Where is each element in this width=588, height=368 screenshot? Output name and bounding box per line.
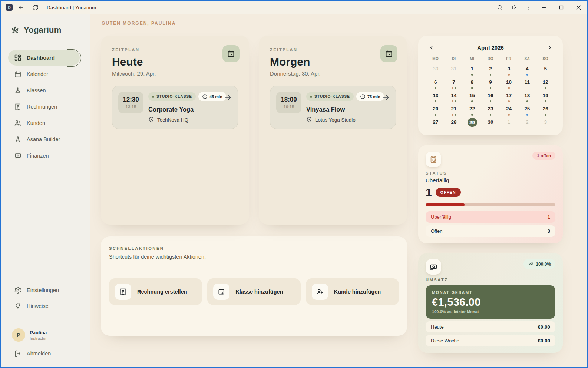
calendar-day[interactable]: 19 xyxy=(536,91,555,103)
calendar-day[interactable]: 2 xyxy=(518,118,536,130)
calendar-day[interactable]: 17 xyxy=(500,91,518,103)
status-row-offen[interactable]: Offen3 xyxy=(426,225,555,237)
calendar-day[interactable]: 27 xyxy=(426,118,445,130)
sidebar-item-kunden[interactable]: Kunden xyxy=(8,115,83,131)
logout-label: Abmelden xyxy=(27,351,51,357)
refresh-icon xyxy=(32,4,39,11)
calendar-day[interactable]: 11 xyxy=(518,78,536,90)
calendar-prev-button[interactable] xyxy=(427,43,436,52)
calendar-day[interactable]: 7 xyxy=(445,78,463,90)
quick-actions-subtitle: Shortcuts für deine wichtigsten Aktionen… xyxy=(109,254,399,260)
sidebar-item-label: Finanzen xyxy=(27,153,49,159)
sidebar-item-label: Rechnungen xyxy=(27,104,57,110)
arrow-right-icon xyxy=(381,93,390,102)
sidebar-item-asana-builder[interactable]: Asana Builder xyxy=(8,131,83,147)
back-button[interactable] xyxy=(16,2,27,13)
logout-button[interactable]: Abmelden xyxy=(8,345,83,361)
calendar-day[interactable]: 15 xyxy=(463,91,481,103)
zoom-button[interactable] xyxy=(493,2,507,13)
calendar-icon xyxy=(14,70,22,78)
calendar-day[interactable]: 25 xyxy=(518,105,536,117)
open-calendar-button[interactable] xyxy=(380,45,397,62)
calendar-day[interactable]: 12 xyxy=(536,78,555,90)
green-event-dot-icon xyxy=(471,74,473,76)
menu-button[interactable] xyxy=(521,2,535,13)
profile[interactable]: P Paulina Instructor xyxy=(8,326,83,345)
revenue-row-diese-woche[interactable]: Diese Woche€0.00 xyxy=(426,335,555,346)
add-customer-button[interactable]: Kunde hinzufügen xyxy=(306,278,399,305)
class-type-badge: STUDIO-KLASSE xyxy=(306,92,354,101)
extensions-button[interactable] xyxy=(507,2,521,13)
calendar-day[interactable]: 18 xyxy=(518,91,536,103)
calendar-day[interactable]: 6 xyxy=(426,78,445,90)
class-end-time: 13:15 xyxy=(118,105,143,109)
calendar-day-selected[interactable]: 29 xyxy=(463,118,481,130)
calendar-day[interactable]: 3 xyxy=(536,118,555,130)
month-total-label: MONAT GESAMT xyxy=(432,290,549,295)
calendar-day[interactable]: 14 xyxy=(445,91,463,103)
calendar-day[interactable]: 1 xyxy=(463,64,481,77)
calendar-day[interactable]: 22 xyxy=(463,105,481,117)
status-row-ueberfaellig[interactable]: Überfällig1 xyxy=(426,211,555,223)
calendar-day[interactable]: 10 xyxy=(500,78,518,90)
blue-event-dot-icon xyxy=(526,74,528,76)
class-start-time: 18:00 xyxy=(276,96,301,103)
calendar-day[interactable]: 4 xyxy=(518,64,536,77)
calendar-day[interactable]: 5 xyxy=(536,64,555,77)
calendar-day[interactable]: 2 xyxy=(481,64,499,77)
sidebar-item-label: Klassen xyxy=(27,87,46,93)
sidebar-item-hinweise[interactable]: Hinweise xyxy=(8,298,83,314)
sidebar-item-dashboard[interactable]: Dashboard xyxy=(8,50,80,66)
growth-badge: 100.0% xyxy=(523,259,555,269)
class-open-arrow[interactable] xyxy=(224,93,232,103)
class-item[interactable]: 18:00 19:15 STUDIO-KLASSE 75 min xyxy=(270,86,396,129)
month-total-comparison: 100.0% vs. letzter Monat xyxy=(432,309,549,314)
tan-event-dot-icon xyxy=(452,100,453,102)
calendar-day[interactable]: 16 xyxy=(481,91,499,103)
calendar-day[interactable]: 13 xyxy=(426,91,445,103)
sidebar-item-rechnungen[interactable]: Rechnungen xyxy=(8,99,83,115)
sidebar-item-kalender[interactable]: Kalender xyxy=(8,66,83,82)
add-class-button[interactable]: Klasse hinzufügen xyxy=(207,278,300,305)
app-favicon: D xyxy=(6,4,13,11)
class-open-arrow[interactable] xyxy=(381,93,390,103)
calendar-day[interactable]: 30 xyxy=(426,64,445,77)
profile-role: Instructor xyxy=(30,336,47,341)
invoice-icon xyxy=(115,284,131,300)
sidebar-item-einstellungen[interactable]: Einstellungen xyxy=(8,282,83,298)
calendar-day[interactable]: 23 xyxy=(481,105,499,117)
revenue-row-heute[interactable]: Heute€0.00 xyxy=(426,321,555,332)
location-pin-icon xyxy=(148,117,154,123)
maximize-button[interactable] xyxy=(552,1,570,14)
brand: Yogarium xyxy=(10,25,83,35)
calendar-day[interactable]: 3 xyxy=(500,64,518,77)
calendar-next-button[interactable] xyxy=(545,43,554,52)
close-button[interactable] xyxy=(570,1,587,14)
clipboard-clock-icon xyxy=(426,152,441,167)
arrow-left-icon xyxy=(18,4,24,11)
calendar-day[interactable]: 21 xyxy=(445,105,463,117)
calendar-day[interactable]: 24 xyxy=(500,105,518,117)
calendar-day[interactable]: 30 xyxy=(481,118,499,130)
status-progress-fill xyxy=(426,203,465,206)
calendar-day[interactable]: 1 xyxy=(500,118,518,130)
create-invoice-button[interactable]: Rechnung erstellen xyxy=(109,278,202,305)
green-event-dot-icon xyxy=(435,114,436,116)
calendar-day[interactable]: 28 xyxy=(445,118,463,130)
calendar-day[interactable]: 8 xyxy=(463,78,481,90)
gear-icon xyxy=(14,286,22,294)
minimize-button[interactable] xyxy=(535,1,552,14)
calendar-day[interactable]: 9 xyxy=(481,78,499,90)
clock-icon xyxy=(202,94,208,99)
refresh-button[interactable] xyxy=(30,2,41,13)
class-item[interactable]: 12:30 13:15 STUDIO-KLASSE 45 min xyxy=(112,86,238,129)
puzzle-icon xyxy=(511,4,517,11)
class-end-time: 19:15 xyxy=(276,105,301,109)
open-calendar-button[interactable] xyxy=(222,45,240,62)
studio-dot-icon xyxy=(152,96,154,98)
sidebar-item-klassen[interactable]: Klassen xyxy=(8,82,83,98)
sidebar-item-finanzen[interactable]: Finanzen xyxy=(8,147,83,163)
calendar-day[interactable]: 31 xyxy=(445,64,463,77)
calendar-day[interactable]: 26 xyxy=(536,105,555,117)
calendar-day[interactable]: 20 xyxy=(426,105,445,117)
